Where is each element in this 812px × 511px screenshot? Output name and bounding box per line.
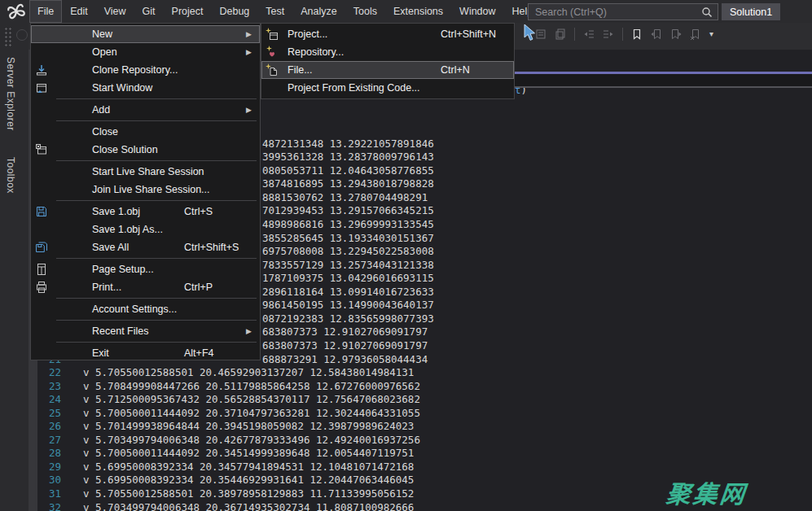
vertex-line-fragment: 0805053711 12.04643058776855 bbox=[262, 164, 434, 178]
file-menu-item-join-live-share-session[interactable]: Join Live Share Session... bbox=[31, 181, 260, 199]
new-submenu-item-project-from-existing-code[interactable]: Project From Existing Code... bbox=[261, 79, 514, 97]
solution-badge[interactable]: Solution1 bbox=[722, 3, 780, 20]
line-number: 29 bbox=[37, 461, 61, 474]
start-window-icon bbox=[35, 81, 48, 94]
vertex-line: v 5.70550012588501 20.38978958129883 11.… bbox=[83, 487, 414, 501]
editor-line-27: 27v 5.703499794006348 20.42677879333496 … bbox=[29, 434, 812, 448]
menu-item-shortcut: Ctrl+P bbox=[184, 282, 213, 293]
sidebar-tab-toolbox[interactable]: Toolbox bbox=[5, 157, 16, 194]
file-menu-item-save-1-obj-as[interactable]: Save 1.obj As... bbox=[31, 221, 260, 238]
overflow-caret-icon[interactable]: ▾ bbox=[708, 30, 713, 38]
line-number: 27 bbox=[37, 434, 61, 448]
menu-separator bbox=[56, 342, 257, 343]
file-menu-item-new[interactable]: New▶ bbox=[31, 25, 260, 43]
file-menu-item-save-all[interactable]: Save AllCtrl+Shift+S bbox=[31, 238, 260, 256]
file-menu-item-save-1-obj[interactable]: Save 1.objCtrl+S bbox=[31, 203, 260, 221]
menubar-item-tools[interactable]: Tools bbox=[345, 0, 385, 23]
menu-separator bbox=[56, 160, 257, 161]
editor-line-23: 23v 5.708499908447266 20.51179885864258 … bbox=[29, 380, 812, 394]
menubar-item-analyze[interactable]: Analyze bbox=[292, 0, 345, 23]
file-menu-item-add[interactable]: Add▶ bbox=[31, 101, 260, 119]
outdent-icon[interactable] bbox=[582, 27, 596, 41]
new-repository-icon bbox=[266, 46, 279, 59]
vertex-line: v 5.69950008392334 20.35446929931641 12.… bbox=[83, 474, 414, 487]
menu-item-label: Start Live Share Session bbox=[92, 166, 204, 177]
menu-item-shortcut: Alt+F4 bbox=[184, 347, 213, 359]
new-submenu-item-file[interactable]: File...Ctrl+N bbox=[261, 61, 514, 79]
menubar-item-git[interactable]: Git bbox=[134, 0, 164, 23]
menubar-item-file[interactable]: File bbox=[29, 0, 62, 23]
menubar-item-window[interactable]: Window bbox=[451, 0, 503, 23]
bookmark-next-icon[interactable] bbox=[669, 27, 683, 41]
clone-repository-icon bbox=[35, 63, 48, 76]
menubar-item-project[interactable]: Project bbox=[164, 0, 212, 23]
indent-icon[interactable] bbox=[601, 27, 616, 41]
file-menu-item-account-settings[interactable]: Account Settings... bbox=[31, 300, 260, 318]
vertex-line-fragment: 683807373 12.91027069091797 bbox=[262, 325, 428, 339]
menubar-item-extensions[interactable]: Extensions bbox=[385, 0, 451, 23]
line-number: 24 bbox=[37, 393, 61, 407]
vertex-line-fragment: 1787109375 13.04296016693115 bbox=[262, 272, 434, 286]
menu-bar: FileEditViewGitProjectDebugTestAnalyzeTo… bbox=[0, 0, 812, 23]
menu-item-label: Recent Files bbox=[92, 325, 148, 337]
editor-line-25: 25v 5.700500011444092 20.37104797363281 … bbox=[29, 407, 812, 421]
pane-separator-line bbox=[515, 86, 812, 88]
menu-item-label: New bbox=[92, 28, 112, 40]
menu-item-label: Join Live Share Session... bbox=[92, 184, 210, 195]
bookmark-icon[interactable] bbox=[630, 27, 644, 41]
pane-separator-band bbox=[515, 74, 812, 86]
vertex-line: v 5.700500011444092 20.34514999389648 12… bbox=[83, 447, 414, 461]
file-menu-item-close[interactable]: Close bbox=[31, 123, 260, 141]
print-icon bbox=[35, 281, 48, 294]
file-menu-item-start-window[interactable]: Start Window bbox=[31, 79, 260, 97]
bookmark-clear-icon[interactable] bbox=[688, 27, 703, 41]
file-menu-item-clone-repository[interactable]: Clone Repository... bbox=[31, 61, 260, 79]
menu-item-label: Project From Existing Code... bbox=[287, 82, 420, 94]
vertex-line-fragment: 4872131348 13.29221057891846 bbox=[262, 138, 434, 151]
menu-item-shortcut: Ctrl+Shift+S bbox=[184, 242, 239, 253]
file-menu-item-recent-files[interactable]: Recent Files▶ bbox=[31, 322, 260, 340]
menubar-item-edit[interactable]: Edit bbox=[62, 0, 96, 23]
menu-item-label: Page Setup... bbox=[92, 264, 154, 275]
menubar-item-view[interactable]: View bbox=[96, 0, 134, 23]
vertex-line-fragment: 9861450195 13.14990043640137 bbox=[262, 299, 434, 312]
menu-item-label: Project... bbox=[287, 28, 327, 40]
line-number: 22 bbox=[37, 366, 61, 380]
vertex-line-fragment: 683807373 12.91027069091797 bbox=[262, 339, 428, 353]
vertex-line: v 5.703499794006348 20.42677879333496 12… bbox=[83, 434, 420, 448]
file-menu-item-open[interactable]: Open▶ bbox=[31, 43, 260, 61]
menu-item-label: Close Solution bbox=[92, 144, 158, 155]
toolbar-separator bbox=[622, 28, 623, 41]
vertex-line-fragment: 7833557129 13.25734043121338 bbox=[262, 259, 434, 273]
new-submenu-item-project[interactable]: Project...Ctrl+Shift+N bbox=[261, 25, 514, 43]
submenu-arrow-icon: ▶ bbox=[246, 327, 252, 335]
search-icon[interactable] bbox=[701, 7, 713, 18]
mouse-cursor bbox=[524, 24, 537, 46]
file-menu-item-start-live-share-session[interactable]: Start Live Share Session bbox=[31, 163, 260, 181]
new-file-icon bbox=[266, 63, 279, 76]
new-project-icon bbox=[266, 28, 279, 41]
file-menu-item-page-setup[interactable]: Page Setup... bbox=[31, 260, 260, 278]
bookmark-prev-icon[interactable] bbox=[649, 27, 664, 41]
editor-line-29: 29v 5.69950008392334 20.34577941894531 1… bbox=[29, 461, 812, 474]
vertex-line-fragment: 0872192383 12.83565998077393 bbox=[262, 312, 434, 326]
toolbar-drag-grip[interactable] bbox=[4, 27, 13, 46]
save-icon bbox=[35, 205, 48, 218]
copy-ghost-icon[interactable] bbox=[553, 27, 568, 41]
vertex-line-fragment: 4898986816 13.29699993133545 bbox=[262, 218, 434, 232]
file-menu-item-print[interactable]: Print...Ctrl+P bbox=[31, 278, 260, 296]
search-input[interactable]: Search (Ctrl+Q) bbox=[528, 3, 718, 20]
new-submenu-item-repository[interactable]: Repository... bbox=[261, 43, 514, 61]
submenu-arrow-icon: ▶ bbox=[246, 106, 252, 114]
menu-item-shortcut: Ctrl+S bbox=[184, 206, 213, 217]
menu-separator bbox=[56, 120, 257, 121]
menu-item-label: Save 1.obj As... bbox=[92, 224, 163, 235]
menubar-item-debug[interactable]: Debug bbox=[211, 0, 257, 23]
menubar-item-test[interactable]: Test bbox=[257, 0, 292, 23]
menu-separator bbox=[56, 98, 257, 99]
sidebar-tab-server-explorer[interactable]: Server Explorer bbox=[5, 57, 16, 131]
file-menu-item-close-solution[interactable]: Close Solution bbox=[31, 141, 260, 159]
file-menu-item-exit[interactable]: ExitAlt+F4 bbox=[31, 344, 260, 362]
submenu-arrow-icon: ▶ bbox=[246, 30, 252, 38]
menu-item-shortcut: Ctrl+N bbox=[441, 64, 470, 76]
